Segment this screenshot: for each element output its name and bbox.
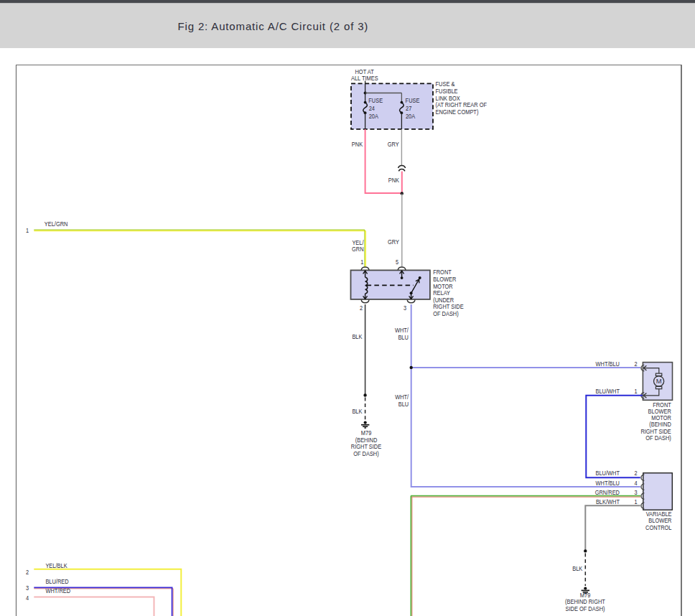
svg-text:OF DASH): OF DASH) <box>645 434 671 442</box>
svg-text:BLK: BLK <box>352 333 362 340</box>
svg-text:CONTROL: CONTROL <box>645 524 671 531</box>
svg-text:20A: 20A <box>369 113 378 120</box>
svg-text:3: 3 <box>26 584 29 592</box>
svg-text:BLK/WHT: BLK/WHT <box>596 498 620 505</box>
svg-text:FRONT: FRONT <box>433 269 452 276</box>
svg-text:(AT RIGHT REAR OF: (AT RIGHT REAR OF <box>436 101 488 108</box>
svg-text:4: 4 <box>26 594 29 602</box>
svg-text:M79: M79 <box>361 429 372 437</box>
svg-text:ALL TIMES: ALL TIMES <box>351 75 378 82</box>
svg-text:WHT/BLU: WHT/BLU <box>596 360 620 368</box>
svg-text:ENGINE COMPT): ENGINE COMPT) <box>436 108 479 116</box>
svg-text:YEL/BLK: YEL/BLK <box>45 562 67 569</box>
svg-text:GRN/RED: GRN/RED <box>595 489 620 496</box>
svg-text:1: 1 <box>634 498 637 505</box>
svg-text:LINK BOX: LINK BOX <box>436 95 460 102</box>
svg-text:RIGHT SIDE: RIGHT SIDE <box>433 303 464 310</box>
svg-text:WHT/RED: WHT/RED <box>45 587 70 594</box>
svg-text:3: 3 <box>634 489 637 496</box>
svg-text:FUSIBLE: FUSIBLE <box>436 88 458 95</box>
svg-text:2: 2 <box>634 470 637 477</box>
svg-text:BLK: BLK <box>352 408 362 415</box>
svg-text:MOTOR: MOTOR <box>433 283 453 290</box>
svg-text:4: 4 <box>634 480 637 487</box>
svg-text:24: 24 <box>369 105 375 112</box>
svg-text:M: M <box>656 377 662 385</box>
svg-text:SIDE OF DASH): SIDE OF DASH) <box>566 605 605 612</box>
svg-text:FUSE: FUSE <box>406 97 420 104</box>
svg-text:BLU/RED: BLU/RED <box>45 578 68 585</box>
svg-text:M79: M79 <box>580 592 591 599</box>
svg-text:RIGHT SIDE: RIGHT SIDE <box>351 443 382 450</box>
svg-text:OF DASH): OF DASH) <box>433 310 459 317</box>
svg-text:1: 1 <box>26 227 29 234</box>
svg-text:2: 2 <box>360 304 363 312</box>
svg-text:BLU: BLU <box>398 334 409 341</box>
svg-text:(UNDER: (UNDER <box>433 297 454 304</box>
svg-text:YEL/GRN: YEL/GRN <box>45 220 68 228</box>
svg-text:BLU/WHT: BLU/WHT <box>596 470 620 477</box>
svg-text:2: 2 <box>26 569 29 576</box>
svg-text:3: 3 <box>404 304 406 312</box>
svg-text:RELAY: RELAY <box>433 289 450 297</box>
svg-text:1: 1 <box>634 388 637 395</box>
svg-text:BLK: BLK <box>572 565 582 572</box>
svg-text:GRY: GRY <box>388 141 399 148</box>
svg-text:2: 2 <box>634 360 637 368</box>
svg-text:5: 5 <box>396 258 398 266</box>
svg-text:BLU/WHT: BLU/WHT <box>596 388 620 395</box>
svg-text:BLOWER: BLOWER <box>433 276 456 283</box>
svg-text:GRY: GRY <box>388 238 399 246</box>
svg-text:FUSE: FUSE <box>368 97 383 104</box>
svg-text:(BEHIND: (BEHIND <box>355 437 378 444</box>
svg-text:BLU: BLU <box>398 401 409 408</box>
svg-text:OF DASH): OF DASH) <box>353 450 379 457</box>
svg-text:PNK: PNK <box>388 177 399 184</box>
svg-text:20A: 20A <box>406 113 415 120</box>
svg-text:FUSE &: FUSE & <box>436 80 455 88</box>
svg-text:1: 1 <box>360 258 363 266</box>
svg-text:(BEHIND RIGHT: (BEHIND RIGHT <box>565 598 605 605</box>
svg-text:PNK: PNK <box>352 141 363 148</box>
svg-text:WHT/: WHT/ <box>395 393 409 401</box>
svg-text:GRN: GRN <box>352 246 364 253</box>
svg-text:Fig 2: Automatic A/C Circuit (: Fig 2: Automatic A/C Circuit (2 of 3) <box>178 20 369 32</box>
svg-text:27: 27 <box>406 105 411 112</box>
svg-text:WHT/BLU: WHT/BLU <box>596 480 620 487</box>
